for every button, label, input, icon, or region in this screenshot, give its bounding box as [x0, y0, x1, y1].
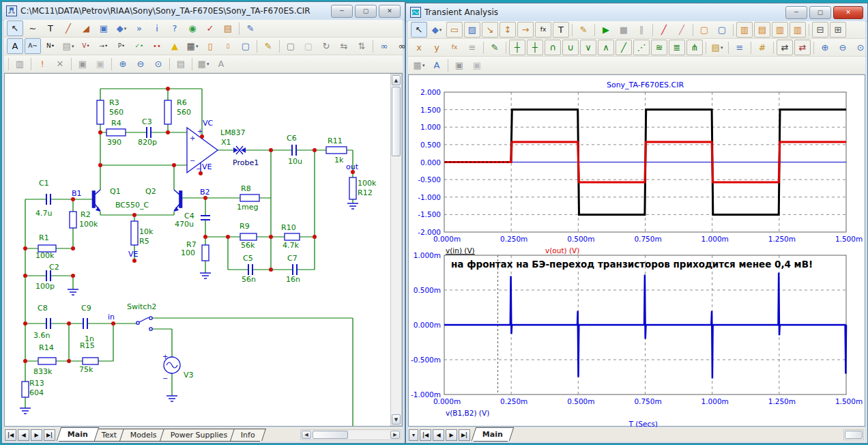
picture-mode[interactable]: ▣ [96, 20, 112, 36]
go-to-valley[interactable]: ∪ [562, 40, 579, 55]
animate-options[interactable]: ╱ [656, 22, 672, 38]
copy-back[interactable]: ▣ [469, 57, 485, 73]
legend-v(in)[interactable]: v(in) (V) [446, 246, 475, 255]
flip-horizontal[interactable]: ⇆ [336, 38, 352, 54]
fx-settings[interactable]: fx [446, 40, 463, 55]
zoom-y-mode[interactable]: ↕ [500, 22, 516, 38]
properties[interactable]: ✎ [575, 22, 592, 38]
zoom-100[interactable]: ⊙ [150, 56, 167, 72]
select-tool[interactable]: ↖ [7, 20, 23, 36]
zoom-in-mode[interactable]: ↘ [482, 22, 498, 38]
next-page-button[interactable]: ▶ [446, 429, 457, 441]
attribute-text-toggle[interactable]: A [7, 38, 23, 54]
shape-gallery[interactable]: ◆▾ [429, 22, 445, 38]
wire-mode[interactable]: ~ [25, 20, 41, 36]
prev-page-button[interactable]: ◀ [18, 429, 29, 441]
grid-options[interactable]: ▦▾ [195, 56, 212, 72]
polygon-mode[interactable]: ◢ [78, 20, 94, 36]
maximize-button[interactable]: ▢ [355, 5, 377, 18]
border-toggle[interactable]: ▯ [202, 38, 218, 54]
tab-info[interactable]: Info [230, 429, 266, 441]
dc-op-display[interactable]: ╱ [674, 22, 690, 38]
hscroll-thumb[interactable] [313, 431, 348, 439]
select-graph-region[interactable]: ▢ [714, 22, 730, 38]
plot-panel[interactable]: 0.000m0.250m0.500m0.750m1.000m1.250m1.50… [408, 74, 865, 427]
first-page-button[interactable]: |◀ [420, 429, 431, 441]
page-list-button[interactable]: ▾ [409, 429, 418, 441]
zoom-out[interactable]: ⊖ [132, 56, 149, 72]
go-to-low[interactable]: ∨ [580, 40, 596, 55]
copy-front[interactable]: ▣ [451, 57, 467, 73]
shape-gallery[interactable]: ◆▾ [113, 20, 130, 36]
plot-group-2[interactable]: ▤ [754, 22, 770, 38]
line-mode[interactable]: ╱ [60, 20, 76, 36]
edit-waveform[interactable]: ✎ [487, 40, 503, 55]
zoom-out[interactable]: ⊖ [835, 40, 851, 55]
plot-group-3[interactable]: ▥ [772, 22, 788, 38]
tracker-intercept[interactable]: ⇄ [794, 40, 811, 55]
y-axis-settings[interactable]: y [429, 40, 445, 55]
single-plot[interactable]: ⊟ [812, 22, 828, 38]
page-image[interactable]: ▤ [173, 56, 189, 72]
schematic-hscrollbar[interactable]: ◀ ▶ [300, 429, 401, 440]
overlay-plot[interactable]: ⊞ [830, 22, 846, 38]
cursor-horizontal[interactable]: ┼ [509, 40, 525, 55]
find-component[interactable]: ∞ [376, 38, 392, 54]
next-page-button[interactable]: ▶ [31, 429, 42, 441]
zoom-in[interactable]: ⊕ [817, 40, 833, 55]
scope-region[interactable]: ▢ [696, 22, 712, 38]
clipboard-copy[interactable]: ▤▾ [709, 40, 725, 55]
text-mode[interactable]: T [553, 22, 569, 38]
window-tile[interactable]: ▤ [220, 20, 236, 36]
grid-options[interactable]: ▦▾ [411, 57, 427, 73]
power-toggle[interactable]: P• [113, 38, 130, 54]
go-to-inflection[interactable]: ⋰ [633, 40, 650, 55]
close-button[interactable]: ✕ [379, 5, 401, 18]
scale-mode[interactable]: ▭ [446, 22, 463, 38]
properties[interactable]: ✎ [260, 38, 276, 54]
help-mode[interactable]: ? [167, 20, 183, 36]
pin-connection-toggle[interactable]: •• [149, 38, 165, 54]
fan-curves[interactable]: ⋔ [686, 40, 703, 55]
grid-toggle[interactable]: ▦▾ [184, 38, 201, 54]
check-nodes[interactable]: ✓ [202, 20, 218, 36]
error-list[interactable]: ! [34, 56, 50, 72]
scroll-up-button[interactable]: ▲ [392, 75, 401, 85]
page-copy[interactable]: ▤▾ [60, 38, 76, 54]
first-page-button[interactable]: |◀ [5, 429, 16, 441]
analysis-titlebar[interactable]: Transient Analysis ─▢✕ [406, 3, 867, 22]
schematic-canvas[interactable]: +− +− +− R3560R4390C3820pR6560LM837X1C61… [4, 73, 403, 427]
flip-vertical[interactable]: ⇅ [353, 38, 370, 54]
tab-main[interactable]: Main [57, 427, 99, 441]
minimize-button[interactable]: ─ [331, 5, 353, 18]
plot-group-1[interactable]: ▥ [736, 22, 753, 38]
title-block-toggle[interactable]: ▯ [220, 38, 236, 54]
hscroll-thumb[interactable] [845, 431, 863, 439]
legend-v(out)[interactable]: v(out) (V) [545, 246, 579, 255]
info-mode[interactable]: i [149, 20, 165, 36]
text-mode[interactable]: T [42, 20, 59, 36]
font[interactable]: A [429, 57, 445, 73]
current-toggle[interactable]: →• [96, 38, 112, 54]
region-enable[interactable]: ◉ [184, 20, 201, 36]
page-navigate[interactable]: ▥ [12, 56, 28, 72]
plot-group-4[interactable]: ▥ [790, 22, 806, 38]
pause[interactable]: ‖ [633, 22, 650, 38]
zoom-100[interactable]: ⊙ [852, 40, 868, 55]
go-to-branch[interactable]: ≋ [651, 40, 667, 55]
edit-page[interactable]: ✎ [242, 20, 259, 36]
last-page-button[interactable]: ▶| [44, 429, 55, 441]
go-to-peak[interactable]: ∩ [545, 40, 561, 55]
data-points[interactable]: # [754, 40, 770, 55]
copy-back[interactable]: ▣ [92, 56, 108, 72]
scroll-down-button[interactable]: ▼ [392, 414, 401, 425]
tab-power-supplies[interactable]: Power Supplies [160, 429, 238, 441]
analysis-hscrollbar[interactable] [843, 429, 864, 440]
flag-mode[interactable]: » [131, 20, 147, 36]
box-region[interactable]: ▢ [283, 38, 299, 54]
select-tool[interactable]: ↖ [411, 22, 427, 38]
format-menu[interactable]: ≡ [464, 40, 480, 55]
clear-region[interactable]: ▢ [300, 38, 317, 54]
go-to-high[interactable]: ∧ [598, 40, 614, 55]
legend-v(B1,B2)[interactable]: v(B1,B2) (V) [446, 409, 489, 417]
